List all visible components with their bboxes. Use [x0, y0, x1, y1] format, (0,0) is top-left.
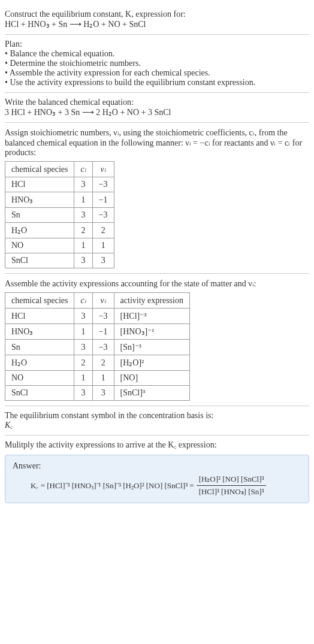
cell-vi: 2 [92, 355, 114, 371]
cell-vi: 3 [92, 253, 114, 268]
cell-activity: [NO] [114, 371, 189, 386]
balanced-heading: Write the balanced chemical equation: [5, 98, 309, 107]
kc-lhs: K꜀ = [HCl]⁻³ [HNO₃]⁻¹ [Sn]⁻³ [H₂O]² [NO]… [31, 481, 194, 491]
col-ci: cᵢ [74, 293, 92, 309]
cell-vi: 1 [92, 238, 114, 253]
cell-ci: 1 [74, 324, 92, 340]
cell-vi: 1 [92, 371, 114, 386]
table-row: H₂O22 [5, 223, 114, 238]
col-activity: activity expression [114, 293, 189, 309]
cell-activity: [HNO₃]⁻¹ [114, 324, 189, 340]
table-row: HCl3−3 [5, 177, 114, 192]
symbol-intro: The equilibrium constant symbol in the c… [5, 411, 309, 421]
table-row: Sn3−3 [5, 208, 114, 223]
cell-species: SnCl [5, 386, 74, 401]
final-intro: Mulitply the activity expressions to arr… [5, 440, 309, 450]
cell-species: NO [5, 238, 74, 253]
plan-bullet: • Balance the chemical equation. [5, 49, 309, 59]
prompt-equation: HCl + HNO₃ + Sn ⟶ H₂O + NO + SnCl [5, 19, 309, 29]
cell-activity: [HCl]⁻³ [114, 309, 189, 324]
cell-ci: 3 [74, 208, 92, 223]
kc-expression: K꜀ = [HCl]⁻³ [HNO₃]⁻¹ [Sn]⁻³ [H₂O]² [NO]… [31, 474, 301, 497]
table-header-row: chemical species cᵢ νᵢ [5, 162, 114, 177]
col-species: chemical species [5, 293, 74, 309]
cell-vi: −3 [92, 177, 114, 192]
kc-fraction: [H₂O]² [NO] [SnCl]³ [HCl]³ [HNO₃] [Sn]³ [197, 474, 267, 497]
cell-species: H₂O [5, 223, 74, 238]
symbol-section: The equilibrium constant symbol in the c… [5, 406, 309, 436]
cell-ci: 3 [74, 309, 92, 324]
text: Construct the equilibrium constant, K, e… [5, 10, 186, 19]
cell-ci: 2 [74, 223, 92, 238]
plan-bullet: • Use the activity expressions to build … [5, 78, 309, 87]
cell-ci: 3 [74, 386, 92, 401]
cell-vi: −1 [92, 324, 114, 340]
cell-ci: 3 [74, 253, 92, 268]
plan-heading: Plan: [5, 40, 309, 49]
final-section: Mulitply the activity expressions to arr… [5, 436, 309, 503]
cell-activity: [H₂O]² [114, 355, 189, 371]
cell-species: Sn [5, 208, 74, 223]
plan-section: Plan: • Balance the chemical equation. •… [5, 35, 309, 93]
cell-species: NO [5, 371, 74, 386]
activity-table: chemical species cᵢ νᵢ activity expressi… [5, 292, 190, 401]
table-row: SnCl33[SnCl]³ [5, 386, 190, 401]
table-row: HCl3−3[HCl]⁻³ [5, 309, 190, 324]
cell-activity: [SnCl]³ [114, 386, 189, 401]
table-row: H₂O22[H₂O]² [5, 355, 190, 371]
cell-activity: [Sn]⁻³ [114, 340, 189, 355]
cell-ci: 1 [74, 192, 92, 208]
cell-vi: 2 [92, 223, 114, 238]
col-vi: νᵢ [92, 162, 114, 177]
table-header-row: chemical species cᵢ νᵢ activity expressi… [5, 293, 190, 309]
kc-numerator: [H₂O]² [NO] [SnCl]³ [197, 474, 267, 486]
activity-section: Assemble the activity expressions accoun… [5, 274, 309, 406]
cell-ci: 1 [74, 371, 92, 386]
stoich-section: Assign stoichiometric numbers, νᵢ, using… [5, 123, 309, 274]
text: HCl + HNO₃ + Sn ⟶ H₂O + NO + SnCl [5, 20, 146, 29]
cell-vi: −3 [92, 340, 114, 355]
cell-species: HCl [5, 309, 74, 324]
prompt-section: Construct the equilibrium constant, K, e… [5, 5, 309, 35]
balanced-equation: 3 HCl + HNO₃ + 3 Sn ⟶ 2 H₂O + NO + 3 SnC… [5, 107, 309, 117]
cell-species: HNO₃ [5, 324, 74, 340]
plan-bullet: • Assemble the activity expression for e… [5, 68, 309, 78]
col-ci: cᵢ [74, 162, 92, 177]
stoich-intro: Assign stoichiometric numbers, νᵢ, using… [5, 128, 309, 158]
activity-intro: Assemble the activity expressions accoun… [5, 279, 309, 289]
cell-ci: 3 [74, 340, 92, 355]
answer-label: Answer: [13, 461, 301, 471]
symbol-kc: K꜀ [5, 421, 309, 430]
table-row: HNO₃1−1[HNO₃]⁻¹ [5, 324, 190, 340]
cell-species: H₂O [5, 355, 74, 371]
cell-ci: 3 [74, 177, 92, 192]
col-vi: νᵢ [92, 293, 114, 309]
prompt-line1: Construct the equilibrium constant, K, e… [5, 10, 309, 19]
cell-ci: 2 [74, 355, 92, 371]
table-row: Sn3−3[Sn]⁻³ [5, 340, 190, 355]
plan-bullet: • Determine the stoichiometric numbers. [5, 59, 309, 68]
cell-vi: −3 [92, 208, 114, 223]
cell-vi: −3 [92, 309, 114, 324]
col-species: chemical species [5, 162, 74, 177]
cell-ci: 1 [74, 238, 92, 253]
table-row: HNO₃1−1 [5, 192, 114, 208]
table-row: NO11[NO] [5, 371, 190, 386]
stoich-table: chemical species cᵢ νᵢ HCl3−3 HNO₃1−1 Sn… [5, 161, 114, 268]
balanced-section: Write the balanced chemical equation: 3 … [5, 93, 309, 123]
cell-species: HNO₃ [5, 192, 74, 208]
table-row: SnCl33 [5, 253, 114, 268]
cell-species: HCl [5, 177, 74, 192]
answer-box: Answer: K꜀ = [HCl]⁻³ [HNO₃]⁻¹ [Sn]⁻³ [H₂… [5, 455, 309, 503]
table-row: NO11 [5, 238, 114, 253]
cell-vi: 3 [92, 386, 114, 401]
kc-denominator: [HCl]³ [HNO₃] [Sn]³ [197, 486, 267, 497]
cell-species: SnCl [5, 253, 74, 268]
cell-vi: −1 [92, 192, 114, 208]
cell-species: Sn [5, 340, 74, 355]
